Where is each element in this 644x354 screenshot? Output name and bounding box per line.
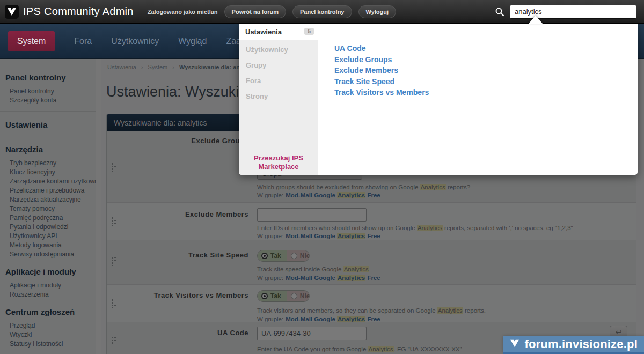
search-icon (495, 7, 504, 17)
top-bar: IPS Community Admin Zalogowano jako mict… (0, 0, 644, 24)
back-to-forum-button[interactable]: Powrót na forum (224, 5, 286, 18)
dropdown-section-list: Ustawienia 5 Użytkownicy Grupy Fora Stro… (239, 24, 318, 175)
nav-tab-fora[interactable]: Fora (74, 36, 92, 46)
control-panel-button[interactable]: Panel kontrolny (292, 5, 352, 18)
marketplace-search-link[interactable]: Przeszukaj IPS Marketplace (239, 154, 318, 171)
dropdown-section-fora[interactable]: Fora (239, 73, 318, 88)
logout-button[interactable]: Wyloguj (358, 5, 397, 18)
ips-logo-icon (5, 5, 19, 19)
result-count-badge: 5 (304, 28, 314, 35)
dropdown-section-strony[interactable]: Strony (239, 88, 318, 104)
result-track-site-speed[interactable]: Track Site Speed (334, 76, 429, 87)
watermark-text: forum.invisionize.pl (524, 337, 638, 351)
nav-tab-wyglad[interactable]: Wygląd (178, 36, 207, 46)
result-track-visitors[interactable]: Track Visitors vs Members (334, 87, 429, 98)
result-exclude-members[interactable]: Exclude Members (334, 65, 429, 76)
nav-tab-system[interactable]: System (8, 31, 55, 51)
app-title: IPS Community Admin (23, 5, 134, 18)
search-results-dropdown: Ustawienia 5 Użytkownicy Grupy Fora Stro… (239, 24, 638, 175)
dropdown-section-uzytkownicy[interactable]: Użytkownicy (239, 42, 318, 57)
result-exclude-groups[interactable]: Exclude Groups (334, 54, 429, 65)
dropdown-results: UA Code Exclude Groups Exclude Members T… (334, 43, 429, 98)
dropdown-caret (529, 16, 543, 24)
logged-in-as: Zalogowano jako mictlan (148, 9, 218, 15)
dropdown-section-ustawienia[interactable]: Ustawienia 5 (239, 24, 318, 40)
watermark-logo-icon (509, 337, 521, 351)
result-ua-code[interactable]: UA Code (334, 43, 429, 54)
nav-tab-uzytkownicy[interactable]: Użytkownicy (111, 36, 159, 46)
dropdown-section-grupy[interactable]: Grupy (239, 57, 318, 73)
watermark: forum.invisionize.pl (503, 336, 644, 354)
